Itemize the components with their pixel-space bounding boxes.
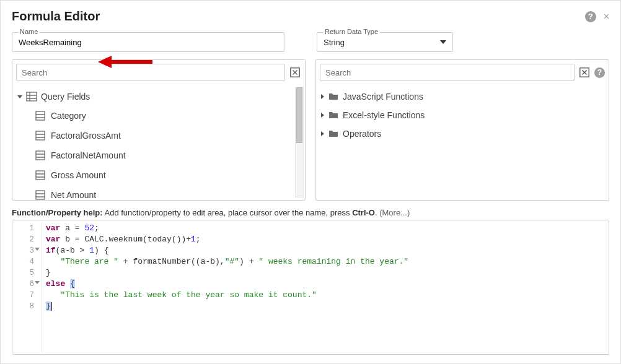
return-type-label: Return Data Type	[323, 28, 380, 35]
return-type-value: String	[324, 38, 345, 47]
tree-item[interactable]: Category	[35, 106, 294, 126]
tree-item[interactable]: FactoralGrossAmt	[35, 126, 294, 145]
tree-item-label: Net Amount	[51, 190, 96, 200]
tree-root-query-fields[interactable]: Query Fields	[16, 87, 294, 106]
svg-rect-18	[36, 171, 45, 180]
code-content[interactable]: var a = 52; var b = CALC.weeknum(today()…	[42, 220, 609, 354]
tree-item-label: FactoralNetAmount	[51, 150, 126, 160]
tree-item[interactable]: Net Amount	[35, 185, 294, 200]
tree-item[interactable]: Gross Amount	[35, 165, 294, 185]
folder-icon	[328, 128, 339, 139]
svg-rect-5	[27, 92, 37, 101]
name-input[interactable]	[12, 32, 284, 52]
tree-item-label: FactoralGrossAmt	[51, 131, 121, 141]
tree-folder[interactable]: Excel-style Functions	[320, 106, 607, 124]
tree-folder[interactable]: Operators	[320, 124, 607, 143]
right-search-input[interactable]	[320, 64, 575, 81]
close-icon[interactable]: ×	[604, 11, 609, 22]
name-label: Name	[18, 28, 40, 35]
help-line: Function/Property help: Add function/pro…	[12, 208, 609, 217]
tree-folder-label: Excel-style Functions	[343, 110, 425, 120]
tree-root-label: Query Fields	[41, 92, 90, 102]
clear-search-icon[interactable]	[578, 66, 591, 79]
tree-folder-label: JavaScript Functions	[343, 92, 423, 102]
chevron-down-icon	[17, 95, 22, 98]
svg-rect-9	[36, 111, 45, 120]
field-icon	[35, 130, 46, 141]
tree-item-label: Gross Amount	[51, 170, 106, 180]
line-gutter: 1 2 3 4 5 6 7 8	[12, 220, 42, 354]
field-icon	[35, 189, 46, 200]
folder-icon	[328, 91, 339, 102]
table-icon	[26, 91, 37, 102]
chevron-right-icon	[321, 113, 324, 118]
dialog-title: Formula Editor	[12, 9, 100, 24]
help-icon[interactable]: ?	[585, 11, 596, 22]
chevron-right-icon	[321, 131, 324, 136]
query-fields-panel: Query Fields Category FactoralGrossAmt F…	[12, 59, 306, 201]
clear-search-icon[interactable]	[289, 66, 301, 79]
field-icon	[35, 150, 46, 161]
fold-arrow-icon	[35, 281, 40, 284]
chevron-right-icon	[321, 94, 324, 99]
scrollbar[interactable]	[295, 87, 304, 197]
query-fields-list: Category FactoralGrossAmt FactoralNetAmo…	[16, 106, 294, 200]
help-icon[interactable]: ?	[594, 67, 605, 78]
tree-item[interactable]: FactoralNetAmount	[35, 145, 294, 165]
tree-folder[interactable]: JavaScript Functions	[320, 87, 607, 106]
left-search-input[interactable]	[16, 64, 285, 81]
folder-icon	[328, 110, 339, 121]
svg-rect-21	[36, 191, 45, 199]
svg-rect-12	[36, 131, 45, 140]
code-editor[interactable]: 1 2 3 4 5 6 7 8 var a = 52; var b = CALC…	[12, 220, 609, 355]
tree-item-label: Category	[51, 111, 86, 121]
field-icon	[35, 170, 46, 181]
chevron-down-icon	[440, 40, 446, 44]
svg-rect-15	[36, 151, 45, 160]
text-cursor	[51, 302, 52, 311]
fold-arrow-icon	[35, 248, 40, 251]
field-icon	[35, 110, 46, 121]
functions-panel: ? JavaScript Functions Excel-style Funct…	[315, 59, 609, 201]
tree-folder-label: Operators	[343, 129, 381, 139]
